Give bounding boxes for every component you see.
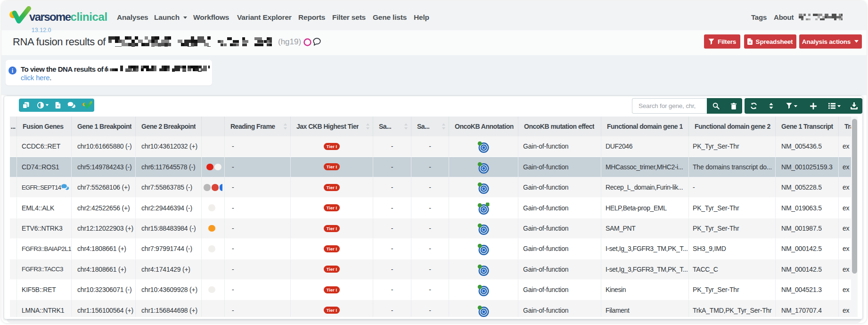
svg-text:x: x bbox=[57, 104, 59, 108]
svg-text:x: x bbox=[749, 41, 751, 44]
